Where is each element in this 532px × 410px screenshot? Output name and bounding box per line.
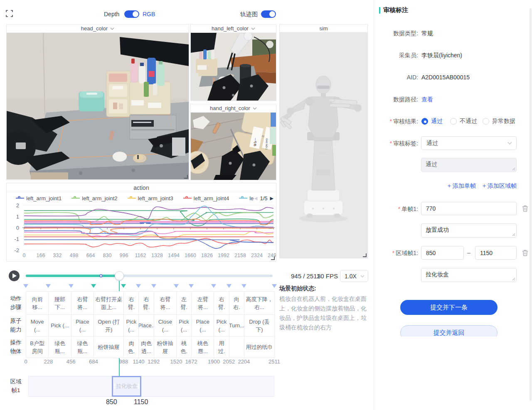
region-start-input[interactable]: 850 bbox=[421, 246, 464, 260]
step-cell-step[interactable]: 腰部下... bbox=[49, 292, 71, 315]
step-cell-object[interactable] bbox=[229, 336, 244, 358]
camera-header-hand-right[interactable]: hand_right_color bbox=[191, 104, 276, 113]
legend-prev-icon[interactable]: ◀ bbox=[254, 196, 257, 201]
submit-return-button[interactable]: 提交并返回 bbox=[400, 325, 498, 336]
play-button[interactable] bbox=[9, 270, 20, 281]
step-cell-object[interactable]: 桃色. bbox=[177, 336, 192, 358]
step-boundary-marker[interactable] bbox=[211, 284, 216, 288]
step-cell-step[interactable]: 右臂将... bbox=[71, 292, 94, 315]
region-handle-right[interactable] bbox=[138, 383, 139, 389]
resize-corner-icon[interactable] bbox=[271, 256, 275, 260]
review-tag-select[interactable]: 通过 bbox=[421, 136, 517, 150]
region-frame-segment[interactable]: 拉化妆盒 bbox=[112, 376, 141, 397]
svg-text:1: 1 bbox=[16, 214, 19, 220]
step-cell-object[interactable]: 粉饼抽屉 bbox=[94, 336, 124, 358]
step-boundary-marker[interactable] bbox=[272, 284, 277, 288]
step-cell-step[interactable]: 左臂将... bbox=[192, 292, 214, 315]
step-cell-object[interactable]: 用过. bbox=[214, 336, 229, 358]
chevron-down-icon bbox=[507, 142, 512, 145]
step-boundary-marker[interactable] bbox=[91, 284, 96, 288]
trajectory-toggle[interactable] bbox=[261, 10, 276, 18]
step-cell-skill[interactable]: Place (... bbox=[192, 315, 214, 336]
radio-option-abnormal[interactable]: 异常数据 bbox=[483, 118, 515, 125]
step-cell-skill[interactable]: Drop (丢下) bbox=[244, 315, 275, 336]
legend-item[interactable]: le bbox=[239, 195, 254, 201]
depth-rgb-toggle[interactable] bbox=[124, 10, 139, 18]
step-cell-object[interactable]: 粉饼抽屉 bbox=[154, 336, 177, 358]
step-cell-skill[interactable]: Place.. bbox=[139, 315, 154, 336]
step-cell-step[interactable]: 右臂打开桌面上... bbox=[94, 292, 124, 315]
trash-icon[interactable] bbox=[522, 205, 528, 212]
step-cell-step[interactable]: 右臂. bbox=[124, 292, 139, 315]
camera-title-hand-left: hand_left_color bbox=[212, 25, 249, 32]
step-cell-object[interactable]: 肉色透... bbox=[139, 336, 154, 358]
step-cell-skill[interactable]: Open (打开) bbox=[94, 315, 124, 336]
step-cell-skill[interactable]: Place (... bbox=[71, 315, 94, 336]
legend-next-icon[interactable]: ▶ bbox=[270, 196, 273, 201]
step-boundary-marker[interactable] bbox=[136, 284, 141, 288]
legend-item[interactable]: left_arm_joint1 bbox=[16, 195, 62, 201]
step-boundary-marker[interactable] bbox=[151, 284, 156, 288]
step-cell-object[interactable]: 绿色瓶... bbox=[49, 336, 71, 358]
step-cell-step[interactable]: 向前移... bbox=[26, 292, 49, 315]
step-cell-step[interactable]: 高度下降，右... bbox=[244, 292, 275, 315]
step-cell-object[interactable]: 桃色唇... bbox=[192, 336, 214, 358]
radio-option-pass[interactable]: 通过 bbox=[421, 118, 443, 125]
review-panel: 审核标注 数据类型: 常规 采集员: 李轶晨(liyichen) AID: A2… bbox=[374, 0, 530, 336]
fullscreen-icon[interactable] bbox=[6, 10, 13, 17]
camera-header-hand-left[interactable]: hand_left_color bbox=[191, 25, 276, 33]
resize-corner-icon[interactable] bbox=[363, 253, 367, 257]
step-cell-skill[interactable]: Pick (... bbox=[177, 315, 192, 336]
single-frame-note-textarea[interactable]: 放置成功 bbox=[421, 223, 517, 238]
single-frame-input[interactable]: 770 bbox=[421, 202, 517, 215]
axis-tick-label: 2511 bbox=[268, 358, 280, 365]
step-boundary-marker[interactable] bbox=[23, 284, 28, 288]
region-handle-left[interactable] bbox=[114, 383, 115, 389]
step-boundary-marker[interactable] bbox=[227, 284, 232, 288]
step-cell-step[interactable]: 左臂. bbox=[177, 292, 192, 315]
step-cell-skill[interactable]: Pick (... bbox=[124, 315, 139, 336]
camera-panel-head: head_color bbox=[6, 24, 189, 180]
add-region-frame-link[interactable]: + 添加区域帧 bbox=[483, 182, 517, 190]
review-comment-textarea[interactable]: 通过 bbox=[421, 158, 517, 172]
step-boundary-marker[interactable] bbox=[46, 284, 51, 288]
step-cell-step[interactable]: 向右. bbox=[229, 292, 244, 315]
trash-icon[interactable] bbox=[522, 250, 528, 256]
region-frame-bar[interactable]: 拉化妆盒 bbox=[28, 376, 274, 397]
submit-next-button[interactable]: 提交并下一条 bbox=[400, 300, 498, 315]
axis-tick-label: 1672 bbox=[185, 358, 197, 365]
step-cell-step[interactable]: 右臂. bbox=[139, 292, 154, 315]
step-cell-skill[interactable]: Close (... bbox=[154, 315, 177, 336]
step-boundary-marker[interactable] bbox=[174, 284, 179, 288]
camera-header-sim[interactable]: sim bbox=[280, 25, 367, 32]
radio-option-fail[interactable]: 不通过 bbox=[450, 118, 477, 125]
right-panel-scrollbar[interactable] bbox=[530, 8, 532, 401]
step-cell-step[interactable]: 右臂将... bbox=[154, 292, 177, 315]
resize-corner-icon[interactable] bbox=[184, 175, 188, 179]
speed-select[interactable]: 1.0X bbox=[340, 270, 368, 282]
step-cell-skill[interactable]: Turn... bbox=[229, 315, 244, 336]
step-cell-object[interactable]: 肉色. bbox=[124, 336, 139, 358]
legend-item[interactable]: left_arm_joint2 bbox=[71, 195, 117, 201]
data-path-view-link[interactable]: 查看 bbox=[421, 96, 433, 103]
playback-slider-handle[interactable] bbox=[115, 271, 124, 280]
step-boundary-marker[interactable] bbox=[189, 284, 194, 288]
step-cell-object[interactable]: 绿色瓶... bbox=[71, 336, 94, 358]
step-cell-skill[interactable]: Pick (... bbox=[49, 315, 71, 336]
region-frame-note-textarea[interactable]: 拉化妆盒 bbox=[421, 268, 517, 282]
row-label-step: 动作步骤 bbox=[7, 294, 24, 312]
step-boundary-marker[interactable] bbox=[69, 284, 74, 288]
region-end-input[interactable]: 1150 bbox=[475, 246, 517, 260]
step-boundary-marker[interactable] bbox=[241, 284, 246, 288]
step-cell-step[interactable]: 右臂. bbox=[214, 292, 229, 315]
step-cell-skill[interactable]: Pick (... bbox=[214, 315, 229, 336]
legend-item[interactable]: left_arm_joint3 bbox=[128, 195, 173, 201]
sim-robot-scene bbox=[280, 32, 367, 258]
step-cell-skill[interactable]: Move (... bbox=[26, 315, 49, 336]
legend-item[interactable]: left_arm_joint4 bbox=[183, 195, 229, 201]
step-cell-object[interactable]: B户型房间 bbox=[26, 336, 49, 358]
camera-header-head[interactable]: head_color bbox=[7, 25, 189, 33]
add-single-frame-link[interactable]: + 添加单帧 bbox=[448, 182, 476, 190]
step-cell-object[interactable]: 用过的纸巾 bbox=[244, 336, 275, 358]
step-boundary-marker[interactable] bbox=[121, 284, 126, 288]
